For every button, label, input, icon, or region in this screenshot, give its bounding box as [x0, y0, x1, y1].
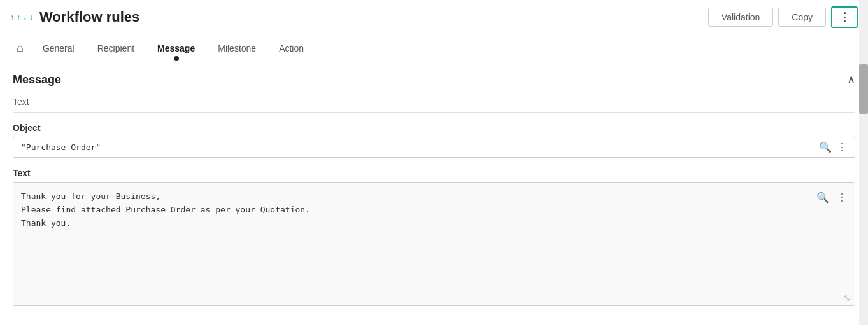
page-title: Workflow rules [39, 9, 708, 25]
nav-tabs: ⌂ General Recipient Message Milestone Ac… [0, 34, 868, 62]
sort-icons: ↑ ↑ ↓ ↓ [10, 13, 33, 22]
sort-up-icon-1[interactable]: ↑ [10, 13, 14, 22]
sort-down-icon-1[interactable]: ↓ [23, 13, 27, 22]
tab-action[interactable]: Action [269, 37, 314, 60]
more-button[interactable]: ⋮ [831, 6, 858, 28]
tab-general[interactable]: General [32, 37, 85, 60]
header-actions: Validation Copy ⋮ [708, 6, 858, 28]
object-more-icon[interactable]: ⋮ [834, 139, 850, 156]
text-label-top: Text [13, 97, 855, 107]
text-search-icon[interactable]: 🔍 [814, 189, 832, 206]
section-title: Message [13, 73, 61, 86]
tab-milestone[interactable]: Milestone [208, 37, 266, 60]
validation-button[interactable]: Validation [708, 8, 773, 27]
object-section: Object 🔍 ⋮ [13, 123, 855, 158]
object-input[interactable] [18, 137, 816, 157]
sort-up-icon-2[interactable]: ↑ [17, 13, 20, 22]
text-section: Text Thank you for your Business, Please… [13, 168, 855, 306]
textarea-icons: 🔍 ⋮ [814, 189, 850, 206]
collapse-icon[interactable]: ∧ [847, 73, 855, 86]
scrollbar-track [859, 0, 868, 325]
object-search-icon[interactable]: 🔍 [816, 139, 834, 156]
section-header: Message ∧ [13, 73, 855, 86]
object-input-wrap: 🔍 ⋮ [13, 137, 855, 158]
home-icon[interactable]: ⌂ [10, 38, 30, 59]
content: Message ∧ Text Object 🔍 ⋮ Text Thank you… [0, 62, 868, 325]
divider [13, 112, 855, 113]
tab-recipient[interactable]: Recipient [87, 37, 145, 60]
tab-message[interactable]: Message [147, 37, 205, 60]
scrollbar-thumb[interactable] [859, 64, 868, 114]
text-area-input[interactable]: Thank you for your Business, Please find… [13, 183, 855, 303]
object-label: Object [13, 123, 855, 133]
header: ↑ ↑ ↓ ↓ Workflow rules Validation Copy ⋮ [0, 0, 868, 34]
sort-down-icon-2[interactable]: ↓ [29, 13, 33, 22]
copy-button[interactable]: Copy [778, 8, 826, 27]
textarea-wrap: Thank you for your Business, Please find… [13, 182, 855, 306]
text-area-label: Text [13, 168, 855, 178]
text-more-icon[interactable]: ⋮ [834, 189, 850, 206]
resize-icon[interactable]: ⤡ [843, 293, 851, 303]
